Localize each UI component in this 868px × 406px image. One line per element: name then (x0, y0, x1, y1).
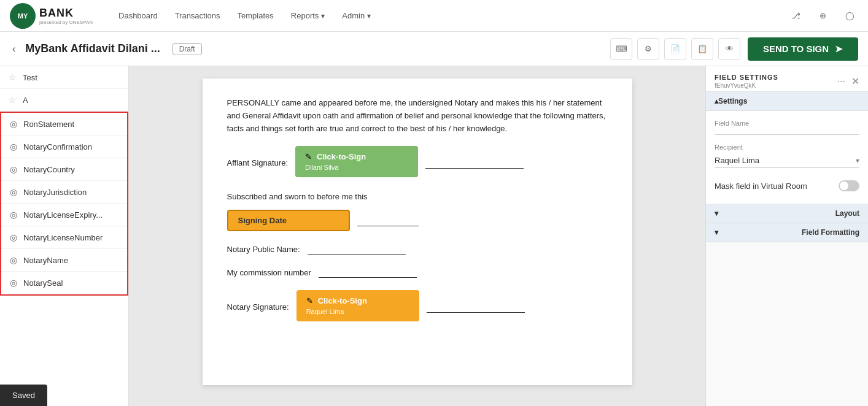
nav-icon-group: ⎇ ⊕ ◯ (787, 7, 858, 25)
logo-bank: BANK (39, 7, 74, 19)
toolbar: ‹ MyBank Affidavit Dilani ... Draft ⌨ ⚙ … (0, 32, 868, 66)
nav-reports[interactable]: Reports ▾ (290, 9, 327, 23)
sidebar-item-label: A (23, 96, 28, 105)
sign-label-2: Click-to-Sign (318, 296, 367, 305)
settings-label: Settings (718, 97, 747, 105)
user-icon[interactable]: ◯ (841, 7, 858, 25)
notary-public-label: Notary Public Name: (227, 245, 300, 254)
underline-date (357, 215, 419, 226)
layout-label: Layout (835, 209, 859, 218)
notary-icon: ◎ (10, 255, 17, 265)
sign-block-dilani[interactable]: ✎ Click-to-Sign Dilani Silva (295, 146, 418, 177)
sidebar-item-notary-seal[interactable]: ◎ NotarySeal (1, 272, 127, 294)
layout-section-header[interactable]: ▾ Layout (706, 204, 868, 223)
panel-title: FIELD SETTINGS (715, 74, 778, 81)
field-name-row: Field Name (715, 120, 859, 135)
sidebar-item-label: NotaryLicenseNumber (23, 233, 103, 242)
document-page: PERSONALLY came and appeared before me, … (203, 79, 632, 385)
doc-title: MyBank Affidavit Dilani ... (25, 42, 160, 55)
sidebar-item-notary-confirmation[interactable]: ◎ NotaryConfirmation (1, 136, 127, 158)
sidebar-item-notary-name[interactable]: ◎ NotaryName (1, 249, 127, 272)
sidebar-item-label: NotaryConfirmation (23, 142, 92, 151)
commission-line: My commission number (227, 267, 608, 278)
toggle-knob (840, 182, 848, 190)
notary-public-line: Notary Public Name: (227, 243, 608, 255)
document-area: PERSONALLY came and appeared before me, … (129, 66, 705, 406)
notary-icon: ◎ (10, 142, 17, 151)
underline-1 (425, 158, 524, 169)
formatting-section-header[interactable]: ▾ Field Formatting (706, 223, 868, 242)
notary-sig-section: Notary Signature: ✎ Click-to-Sign Raquel… (227, 290, 608, 324)
toolbar-icons: ⌨ ⚙ 📄 📋 👁 (610, 38, 740, 60)
sworn-label: Subscribed and sworn to before me this (227, 192, 368, 201)
saved-toast: Saved (0, 385, 47, 406)
underline-notary-public (308, 243, 406, 255)
sidebar-item-test[interactable]: ☆ Test (0, 66, 128, 89)
doc-intro-text: PERSONALLY came and appeared before me, … (227, 97, 608, 135)
recipient-value: Raquel Lima (715, 156, 759, 165)
gear-icon[interactable]: ⚙ (637, 38, 659, 60)
mask-toggle[interactable] (839, 180, 859, 191)
panel-header: FIELD SETTINGS fEhuvYvueQkK ··· ✕ (706, 66, 868, 92)
globe-icon[interactable]: ⊕ (814, 7, 831, 25)
signing-date-field[interactable]: Signing Date (227, 210, 350, 231)
sidebar-item-label: NotaryName (23, 256, 68, 265)
eye-icon[interactable]: 👁 (718, 38, 740, 60)
panel-close-button[interactable]: ✕ (851, 75, 859, 87)
nav-dashboard[interactable]: Dashboard (117, 9, 159, 23)
chevron-down-icon: ▾ (856, 156, 859, 165)
settings-section-header[interactable]: ▴ Settings (706, 92, 868, 111)
mask-toggle-row: Mask field in Virtual Room (715, 177, 859, 195)
doc-settings-icon[interactable]: 📄 (664, 38, 686, 60)
notary-sig-label: Notary Signature: (227, 302, 289, 312)
settings-content: Field Name Recipient Raquel Lima ▾ Mask … (706, 111, 868, 204)
network-icon[interactable]: ⎇ (787, 7, 804, 25)
sidebar-item-label: NotaryLicenseExpiry... (23, 210, 103, 220)
sidebar-item-ron-statement[interactable]: ◎ RonStatement (1, 113, 127, 136)
nav-transactions[interactable]: Transactions (174, 9, 222, 23)
sidebar-item-label: NotarySeal (23, 278, 63, 288)
mask-label: Mask field in Virtual Room (715, 182, 807, 191)
sidebar-item-notary-country[interactable]: ◎ NotaryCountry (1, 158, 127, 181)
send-to-sign-button[interactable]: SEND TO SIGN ➤ (748, 37, 858, 61)
sign-block-raquel[interactable]: ✎ Click-to-Sign Raquel Lima (296, 290, 419, 321)
sign-label-1: Click-to-Sign (317, 152, 366, 161)
star-icon: ☆ (9, 72, 17, 82)
draft-badge: Draft (172, 43, 202, 55)
keyboard-icon[interactable]: ⌨ (610, 38, 632, 60)
sign-sub-2: Raquel Lima (306, 308, 409, 315)
commission-section: My commission number (227, 267, 608, 278)
sidebar-item-notary-license-number[interactable]: ◎ NotaryLicenseNumber (1, 226, 127, 249)
pencil-icon-2: ✎ (306, 296, 313, 305)
pencil-icon: ✎ (305, 152, 312, 161)
sworn-line: Subscribed and sworn to before me this (227, 192, 608, 201)
logo-sub: presented by ONESPAN (39, 20, 93, 25)
panel-field-id: fEhuvYvueQkK (715, 82, 778, 89)
sidebar-item-label: NotaryCountry (23, 165, 75, 174)
recipient-select[interactable]: Raquel Lima ▾ (715, 153, 859, 168)
panel-menu-icon[interactable]: ··· (837, 76, 845, 87)
sidebar-item-notary-jurisdiction[interactable]: ◎ NotaryJurisdiction (1, 181, 127, 204)
notary-items-group: ◎ RonStatement ◎ NotaryConfirmation ◎ No… (0, 112, 128, 296)
back-button[interactable]: ‹ (10, 41, 18, 57)
notary-icon: ◎ (10, 278, 17, 288)
field-name-input[interactable] (715, 129, 859, 135)
notary-icon: ◎ (10, 119, 17, 129)
notary-icon: ◎ (10, 232, 17, 242)
chevron-down-icon: ▾ (367, 12, 371, 20)
affiant-section: Affiant Signature: ✎ Click-to-Sign Dilan… (227, 146, 608, 180)
nav-admin[interactable]: Admin ▾ (341, 9, 372, 23)
commission-label: My commission number (227, 268, 311, 277)
star-icon: ☆ (9, 95, 17, 105)
formatting-label: Field Formatting (802, 228, 859, 237)
left-sidebar: ☆ Test ☆ A ◎ RonStatement ◎ NotaryConfir… (0, 66, 129, 406)
right-panel: FIELD SETTINGS fEhuvYvueQkK ··· ✕ ▴ Sett… (705, 66, 868, 406)
notary-icon: ◎ (10, 164, 17, 174)
logo-icon: MY (10, 3, 36, 29)
chevron-down-icon: ▾ (321, 12, 325, 20)
nav-templates[interactable]: Templates (236, 9, 275, 23)
doc-preview-icon[interactable]: 📋 (691, 38, 713, 60)
underline-notary-sig (427, 302, 525, 313)
sidebar-item-notary-license-expiry[interactable]: ◎ NotaryLicenseExpiry... (1, 204, 127, 226)
sidebar-item-a[interactable]: ☆ A (0, 89, 128, 112)
